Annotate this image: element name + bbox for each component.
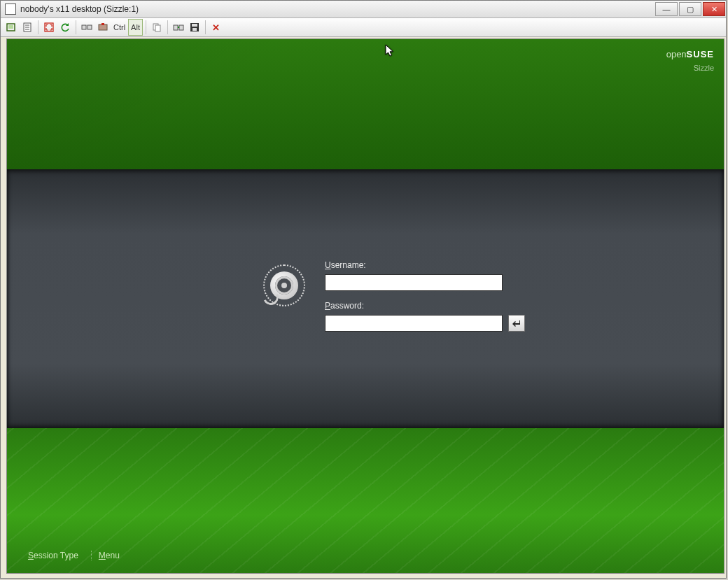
close-button[interactable]: ✕ xyxy=(703,2,725,16)
brand-prefix: open xyxy=(666,49,687,59)
enter-icon xyxy=(512,318,522,328)
disconnect-icon[interactable]: ✕ xyxy=(209,20,224,35)
distro-brand: openSUSE Sizzle xyxy=(666,49,714,72)
login-submit-button[interactable] xyxy=(508,315,525,332)
remote-display[interactable]: openSUSE Sizzle Username: Password: xyxy=(6,38,724,574)
ctrl-key-button[interactable]: Ctrl xyxy=(111,20,127,35)
svg-rect-12 xyxy=(155,25,160,31)
refresh-icon[interactable] xyxy=(57,20,73,35)
svg-rect-8 xyxy=(88,25,92,29)
password-input[interactable] xyxy=(325,315,503,332)
username-label: Username: xyxy=(325,260,525,270)
app-icon xyxy=(5,3,16,15)
minimize-button[interactable]: — xyxy=(655,2,678,16)
clipboard-icon[interactable] xyxy=(149,20,164,35)
wallpaper-top: openSUSE Sizzle xyxy=(7,39,724,169)
svg-rect-17 xyxy=(192,28,197,31)
save-icon[interactable] xyxy=(187,20,202,35)
brand-name: SUSE xyxy=(687,49,714,59)
fullscreen-icon[interactable] xyxy=(41,20,57,35)
login-panel: Username: Password: xyxy=(7,169,724,428)
username-input[interactable] xyxy=(325,274,503,291)
svg-rect-10 xyxy=(102,23,104,25)
ctrl-alt-del-icon[interactable] xyxy=(79,20,94,35)
menu-link[interactable]: Menu xyxy=(91,551,120,560)
svg-rect-9 xyxy=(99,24,107,30)
vnc-toolbar: Ctrl Alt ✕ xyxy=(1,18,726,37)
svg-rect-16 xyxy=(192,24,197,27)
svg-rect-6 xyxy=(45,23,53,31)
login-form: Username: Password: xyxy=(266,257,525,332)
new-connection-icon[interactable] xyxy=(4,20,19,35)
send-keys-icon[interactable] xyxy=(95,20,111,35)
hostname-label: Sizzle xyxy=(666,64,714,72)
wallpaper-bottom: Session Type Menu xyxy=(7,428,724,573)
alt-key-button[interactable]: Alt xyxy=(128,19,143,36)
titlebar[interactable]: nobody's x11 desktop (Sizzle:1) — ▢ ✕ xyxy=(1,1,726,18)
svg-rect-14 xyxy=(179,25,183,30)
password-label: Password: xyxy=(325,301,525,311)
window-buttons: — ▢ ✕ xyxy=(654,2,726,16)
suse-chameleon-icon xyxy=(266,267,302,304)
maximize-button[interactable]: ▢ xyxy=(679,2,701,16)
vnc-window: nobody's x11 desktop (Sizzle:1) — ▢ ✕ Ct… xyxy=(0,0,727,579)
window-title: nobody's x11 desktop (Sizzle:1) xyxy=(20,4,654,14)
session-type-link[interactable]: Session Type xyxy=(28,551,78,560)
transfer-icon[interactable] xyxy=(171,20,186,35)
footer-links: Session Type Menu xyxy=(28,551,120,560)
svg-rect-1 xyxy=(8,25,13,29)
options-icon[interactable] xyxy=(20,20,35,35)
svg-rect-7 xyxy=(82,25,86,29)
svg-rect-13 xyxy=(174,25,178,30)
